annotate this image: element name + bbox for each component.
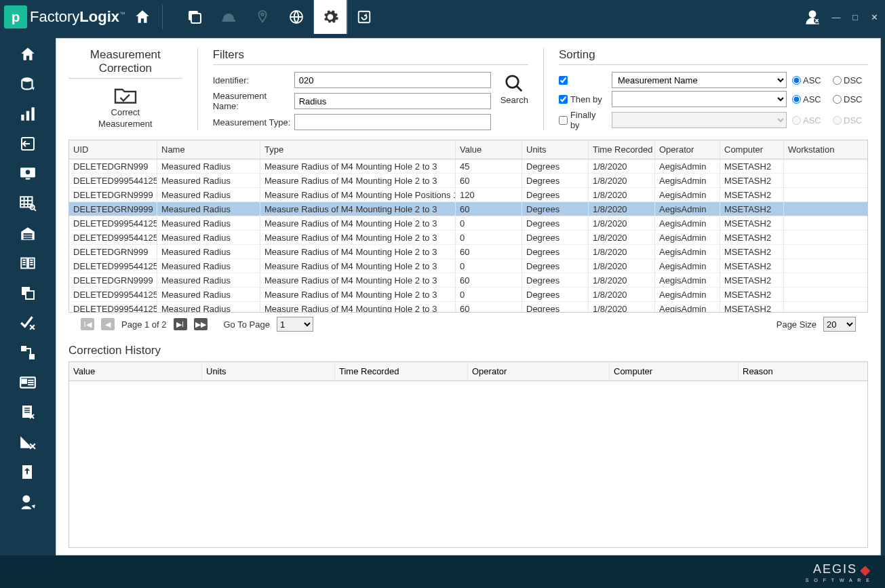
table-row[interactable]: DELETED999544125...Measured RadiusMeasur… (69, 302, 867, 312)
table-row[interactable]: DELETEDGRN9999Measured RadiusMeasure Rad… (69, 188, 867, 202)
next-page-button[interactable]: ▶I (174, 318, 187, 330)
side-grid-search-icon[interactable] (13, 191, 43, 216)
table-row[interactable]: DELETEDGRN999Measured RadiusMeasure Radi… (69, 245, 867, 259)
side-card-icon[interactable] (13, 370, 43, 395)
table-row[interactable]: DELETED999544125...Measured RadiusMeasur… (69, 216, 867, 231)
hcol-units[interactable]: Units (202, 362, 335, 380)
side-db-icon[interactable] (13, 72, 43, 96)
measurement-name-label: Measurement Name: (213, 91, 294, 111)
history-header: Value Units Time Recorded Operator Compu… (69, 362, 867, 381)
measurement-name-input[interactable] (294, 93, 491, 109)
hcol-reason[interactable]: Reason (739, 362, 867, 380)
svg-rect-1 (191, 14, 201, 23)
cell-computer: MSETASH2 (720, 259, 784, 273)
gear-icon[interactable] (313, 0, 347, 34)
side-export-icon[interactable] (13, 460, 43, 484)
table-row[interactable]: DELETEDGRN999Measured RadiusMeasure Radi… (69, 159, 867, 174)
page-indicator: Page 1 of 2 (121, 319, 167, 330)
first-page-button[interactable]: I◀ (81, 318, 94, 330)
globe-icon[interactable] (279, 0, 313, 34)
table-row[interactable]: DELETED999544125...Measured RadiusMeasur… (69, 288, 867, 302)
sort-finallyby-checkbox[interactable] (559, 116, 568, 125)
arrow-icon: ◆ (860, 562, 871, 578)
col-type[interactable]: Type (260, 140, 456, 159)
cell-name: Measured Radius (157, 245, 260, 258)
cell-type: Measure Radius of M4 Mounting Hole 2 to … (260, 273, 456, 287)
sort-thenby-select[interactable] (612, 91, 787, 107)
side-undo-icon[interactable] (13, 132, 43, 156)
last-page-button[interactable]: ▶▶ (194, 318, 208, 330)
prev-page-button[interactable]: ◀ (101, 318, 115, 330)
results-grid: UID Name Type Value Units Time Recorded … (68, 140, 868, 313)
cell-units: Degrees (522, 188, 589, 201)
side-copy-icon[interactable] (13, 281, 43, 305)
side-help-icon[interactable] (13, 490, 43, 514)
page-size-select[interactable]: 20 (823, 317, 856, 332)
col-units[interactable]: Units (522, 140, 589, 159)
sort-primary-asc[interactable] (792, 76, 801, 85)
sort-thenby-dsc[interactable] (833, 95, 842, 104)
sort-finallyby-select (612, 112, 787, 128)
hcol-value[interactable]: Value (69, 362, 202, 380)
col-workstation[interactable]: Workstation (784, 140, 849, 159)
titlebar: p FactoryLogix™ (0, 0, 885, 34)
identifier-input[interactable] (294, 72, 491, 88)
sort-primary-checkbox[interactable] (559, 76, 568, 85)
cell-name: Measured Radius (157, 302, 260, 312)
home-icon[interactable] (125, 0, 159, 34)
side-ruler-x-icon[interactable] (13, 430, 43, 454)
col-value[interactable]: Value (456, 140, 522, 159)
user-icon[interactable] (801, 0, 824, 34)
col-name[interactable]: Name (157, 140, 260, 159)
sort-thenby-checkbox[interactable] (559, 95, 568, 104)
table-row[interactable]: DELETED999544125...Measured RadiusMeasur… (69, 174, 867, 188)
table-row[interactable]: DELETED999544125...Measured RadiusMeasur… (69, 259, 867, 273)
grid-body[interactable]: DELETEDGRN999Measured RadiusMeasure Radi… (69, 159, 867, 312)
side-home-icon[interactable] (13, 42, 43, 66)
side-book-icon[interactable] (13, 251, 43, 275)
sort-primary-select[interactable]: Measurement Name (612, 72, 787, 88)
cell-time: 1/8/2020 (589, 174, 655, 187)
correct-label-2: Measurement (98, 119, 152, 129)
correct-measurement-button[interactable]: Correct Measurement (98, 85, 152, 129)
sort-thenby-asc[interactable] (792, 95, 801, 104)
cell-uid: DELETED999544125... (69, 216, 157, 230)
hcol-computer[interactable]: Computer (610, 362, 739, 380)
cell-uid: DELETEDGRN9999 (69, 188, 157, 201)
side-warehouse-icon[interactable] (13, 221, 43, 246)
minimize-button[interactable]: — (829, 10, 843, 24)
cell-uid: DELETEDGRN9999 (69, 273, 157, 287)
close-button[interactable]: ✕ (867, 10, 881, 24)
table-row[interactable]: DELETED999544125...Measured RadiusMeasur… (69, 231, 867, 245)
goto-page-select[interactable]: 1 (277, 317, 313, 332)
table-row[interactable]: DELETEDGRN9999Measured RadiusMeasure Rad… (69, 202, 867, 216)
side-monitor-icon[interactable] (13, 161, 43, 186)
maximize-button[interactable]: □ (848, 10, 862, 24)
col-computer[interactable]: Computer (720, 140, 784, 159)
search-button[interactable]: Search (500, 73, 528, 105)
stack-icon[interactable] (178, 0, 212, 34)
side-chart-icon[interactable] (13, 102, 43, 126)
col-operator[interactable]: Operator (655, 140, 720, 159)
col-time[interactable]: Time Recorded (589, 140, 655, 159)
cell-value: 60 (456, 202, 522, 216)
helmet-icon[interactable] (212, 0, 245, 34)
folder-check-icon (113, 85, 138, 106)
history-grid: Value Units Time Recorded Operator Compu… (68, 361, 868, 548)
table-row[interactable]: DELETEDGRN9999Measured RadiusMeasure Rad… (69, 273, 867, 288)
hcol-operator[interactable]: Operator (468, 362, 610, 380)
side-doc-x-icon[interactable] (13, 400, 43, 425)
content-area: Measurement Correction Correct Measureme… (56, 38, 881, 555)
col-uid[interactable]: UID (69, 140, 157, 159)
pin-icon[interactable] (245, 0, 279, 34)
measurement-type-input[interactable] (294, 114, 491, 130)
hcol-time[interactable]: Time Recorded (335, 362, 468, 380)
toolbar-divider (162, 5, 163, 29)
side-check-x-icon[interactable] (13, 311, 43, 335)
cell-type: Measure Radius of M4 Mounting Hole Posit… (260, 188, 456, 201)
sort-primary-dsc[interactable] (833, 76, 842, 85)
cell-workstation (784, 302, 849, 312)
side-flow-icon[interactable] (13, 340, 43, 365)
refresh-icon[interactable] (347, 0, 381, 34)
cell-type: Measure Radius of M4 Mounting Hole 2 to … (260, 202, 456, 216)
